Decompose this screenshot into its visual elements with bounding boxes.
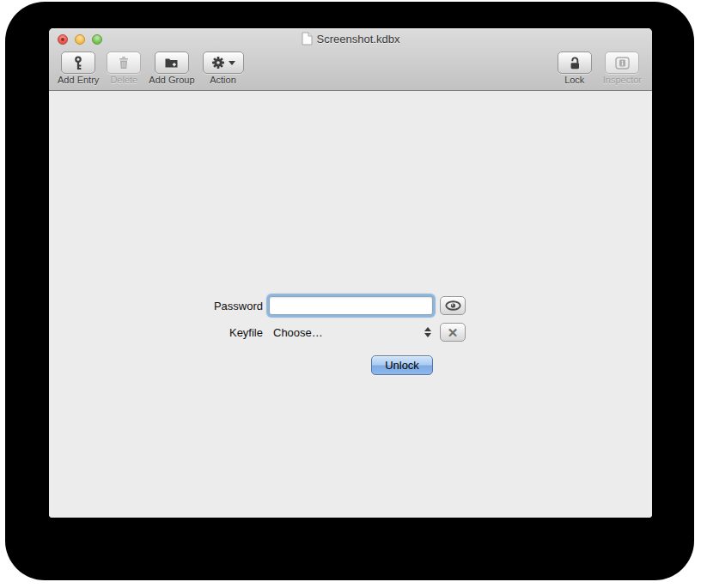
info-icon xyxy=(615,57,630,70)
unlock-row: Unlock xyxy=(49,355,652,374)
unlock-zone: Unlock xyxy=(269,355,433,375)
window-title-area: Screenshot.kdbx xyxy=(49,28,652,49)
clear-keyfile-button[interactable]: ✕ xyxy=(440,323,466,342)
key-icon xyxy=(71,56,85,70)
gear-icon xyxy=(211,56,225,70)
lock-label: Lock xyxy=(564,75,584,85)
open-lock-icon xyxy=(568,56,582,70)
eye-icon xyxy=(445,300,461,311)
screenshot-stage: Screenshot.kdbx xyxy=(0,0,701,588)
password-label: Password xyxy=(49,300,263,312)
lock-button[interactable] xyxy=(558,52,592,74)
x-icon: ✕ xyxy=(448,326,459,339)
toolbar: Add Entry xyxy=(49,49,652,90)
keyfile-label: Keyfile xyxy=(49,326,263,339)
window-chrome: Screenshot.kdbx xyxy=(49,28,652,91)
add-group-button[interactable] xyxy=(155,52,189,74)
unlock-form: Password Keyfile xyxy=(49,296,652,374)
inspector-item: Inspector xyxy=(603,52,642,85)
action-label: Action xyxy=(210,75,236,85)
keyfile-popup-value: Choose… xyxy=(273,326,424,339)
document-icon xyxy=(302,32,313,45)
inspector-label: Inspector xyxy=(603,75,642,85)
add-group-label: Add Group xyxy=(149,75,194,85)
toolbar-left-group: Add Entry xyxy=(58,52,244,85)
delete-button[interactable] xyxy=(107,52,141,74)
app-window: Screenshot.kdbx xyxy=(49,28,652,518)
unlock-view: Password Keyfile xyxy=(49,92,652,518)
chevron-down-icon xyxy=(229,61,235,65)
trash-icon xyxy=(117,56,131,70)
password-row: Password xyxy=(49,296,652,315)
folder-plus-icon xyxy=(164,56,179,70)
action-item: Action xyxy=(203,52,244,85)
delete-label: Delete xyxy=(110,75,137,85)
add-entry-button[interactable] xyxy=(61,52,95,74)
reveal-password-button[interactable] xyxy=(440,296,466,315)
add-entry-label: Add Entry xyxy=(58,75,99,85)
popup-stepper-icon xyxy=(424,327,431,337)
inspector-button[interactable] xyxy=(605,52,639,74)
unlock-button[interactable]: Unlock xyxy=(371,355,433,375)
lock-item: Lock xyxy=(558,52,592,85)
keyfile-row: Keyfile Choose… ✕ xyxy=(49,323,652,342)
password-input[interactable] xyxy=(269,296,433,315)
add-entry-item: Add Entry xyxy=(58,52,99,85)
add-group-item: Add Group xyxy=(149,52,194,85)
action-button[interactable] xyxy=(203,52,244,74)
delete-item: Delete xyxy=(107,52,141,85)
toolbar-right-group: Lock xyxy=(558,52,642,85)
keyfile-popup[interactable]: Choose… xyxy=(269,323,433,342)
titlebar[interactable]: Screenshot.kdbx xyxy=(49,28,652,49)
window-title: Screenshot.kdbx xyxy=(317,33,400,45)
